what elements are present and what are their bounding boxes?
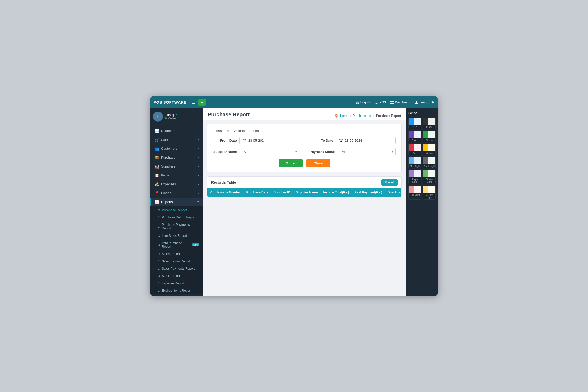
calendar-icon: 📅 (339, 139, 343, 143)
sidebar-item-label: Places (161, 191, 171, 195)
supplier-select[interactable]: -All- (240, 148, 299, 155)
skin-item[interactable]: Red (408, 144, 421, 155)
col-invoice-number: Invoice Number (215, 188, 244, 197)
skin-item[interactable]: Green Light (423, 170, 436, 184)
user-label: Tusiq (419, 101, 427, 104)
close-button[interactable]: Close (306, 159, 330, 167)
from-date-field: From Date 📅 (213, 137, 299, 144)
pos-link[interactable]: POS (375, 101, 386, 104)
col-supplier-name: Supplier Name (293, 188, 320, 197)
sub-item-purchase-report[interactable]: ⊙ Item Purchase Report New (150, 239, 203, 250)
sidebar-item-sales[interactable]: 🛒 Sales › (150, 135, 203, 144)
sidebar: T Tusiq ✔ Online 📊 Dashboard (150, 108, 203, 296)
sub-icon: ⊙ (158, 281, 160, 285)
chevron-icon: › (198, 156, 199, 159)
skin-label: Purple (409, 138, 421, 142)
sidebar-item-items[interactable]: 📋 Items › (150, 171, 203, 180)
chevron-icon: ∨ (197, 200, 199, 203)
skin-label: Black (423, 125, 435, 129)
sales-icon: 🛒 (155, 138, 159, 142)
skin-item[interactable]: Black Light (423, 157, 436, 168)
sub-icon: ⊙ (158, 225, 160, 228)
avatar: T (153, 112, 163, 122)
sub-icon: ⊙ (158, 243, 160, 247)
sub-label: Purchase Report (162, 208, 187, 212)
svg-rect-5 (392, 102, 394, 104)
sidebar-item-dashboard[interactable]: 📊 Dashboard (150, 126, 203, 135)
from-date-input[interactable] (248, 139, 296, 142)
verified-icon: ✔ (175, 113, 178, 117)
skin-label: Blue (409, 125, 421, 129)
dashboard-link[interactable]: Dashboard (390, 101, 410, 104)
skin-label: Green (423, 138, 435, 142)
skin-item[interactable]: Yellow Light (423, 186, 436, 200)
main-body: T Tusiq ✔ Online 📊 Dashboard (150, 108, 438, 296)
skin-item[interactable]: Purple (408, 131, 421, 142)
skin-label: Red Light (409, 193, 421, 197)
sidebar-item-label: Dashboard (161, 129, 178, 133)
sub-purchase-report[interactable]: ⊙ Purchase Report (150, 206, 203, 214)
skins-grid: Blue Black Purple Green Red (408, 118, 436, 200)
sub-expense-report[interactable]: ⊙ Expense Report (150, 280, 203, 287)
skin-item[interactable]: Blue Light (408, 157, 421, 168)
sub-sales-payments-report[interactable]: ⊙ Sales Payments Report (150, 265, 203, 272)
home-icon: 🏠 (335, 114, 339, 118)
dashboard-label: Dashboard (395, 101, 410, 104)
status-label: Online (168, 117, 176, 120)
sidebar-item-suppliers[interactable]: 🏭 Suppliers › (150, 162, 203, 171)
skin-item[interactable]: Purple Light (408, 170, 421, 184)
sidebar-item-reports[interactable]: 📈 Reports ∨ (150, 198, 203, 206)
status-dot (165, 117, 167, 119)
payment-select[interactable]: -All- (338, 148, 396, 155)
table-section: Records Table Excel # Invoice Number Pur… (207, 176, 402, 197)
breadcrumb-home[interactable]: Home (340, 114, 348, 118)
show-button[interactable]: Show (279, 159, 303, 167)
app-title: POS SOFTWARE (153, 100, 187, 105)
settings-icon[interactable] (431, 101, 435, 104)
skin-item[interactable]: Red Light (408, 186, 421, 200)
content-header: Purchase Report 🏠 Home » Purchase List »… (203, 108, 406, 120)
sub-purchase-payments-report[interactable]: ⊙ Purchase Payments Report (150, 221, 203, 232)
add-button[interactable]: + (198, 99, 206, 106)
sub-label: Item Purchase Report (162, 241, 189, 249)
sidebar-item-customers[interactable]: 👥 Customers › (150, 144, 203, 153)
skin-item[interactable]: Blue (408, 118, 421, 129)
sub-sales-report[interactable]: ⊙ Sales Report (150, 250, 203, 258)
breadcrumb-current: Purchase Report (376, 114, 401, 118)
sub-sales-return-report[interactable]: ⊙ Sales Return Report (150, 258, 203, 265)
sub-expired-items-report[interactable]: ⊙ Expired Items Report (150, 287, 203, 294)
filter-actions: Show Close (213, 159, 396, 167)
skin-item[interactable]: Black (423, 118, 436, 129)
sub-label: Item Sales Report (162, 234, 187, 238)
to-date-input[interactable] (345, 139, 393, 142)
sub-label: Sales Report (162, 252, 180, 256)
sidebar-item-places[interactable]: 📍 Places › (150, 189, 203, 198)
skin-item[interactable]: Green (423, 131, 436, 142)
sidebar-item-expenses[interactable]: 💰 Expenses › (150, 180, 203, 189)
skins-panel: Skins Blue Black Purple (406, 108, 438, 296)
skin-label: Yellow (423, 151, 435, 155)
chevron-icon: › (198, 174, 199, 177)
skin-label: Blue Light (409, 164, 421, 168)
svg-rect-3 (392, 101, 394, 102)
table-header-row: # Invoice Number Purchase Date Supplier … (207, 188, 402, 197)
skin-item[interactable]: Yellow (423, 144, 436, 155)
menu-toggle-button[interactable]: ☰ (190, 99, 197, 106)
sub-icon: ⊙ (158, 208, 160, 212)
sub-item-sales-report[interactable]: ⊙ Item Sales Report (150, 232, 203, 239)
breadcrumb: 🏠 Home » Purchase List » Purchase Report (335, 114, 401, 118)
user-menu[interactable]: Tusiq (414, 101, 427, 104)
content: Purchase Report 🏠 Home » Purchase List »… (203, 108, 406, 296)
sidebar-item-label: Expenses (161, 182, 176, 186)
sidebar-item-label: Suppliers (161, 164, 175, 168)
language-selector[interactable]: English (356, 101, 371, 104)
sidebar-item-purchase[interactable]: 📦 Purchase › (150, 153, 203, 162)
breadcrumb-parent[interactable]: Purchase List (353, 114, 372, 118)
sub-stock-report[interactable]: ⊙ Stock Report (150, 272, 203, 280)
from-date-input-wrap[interactable]: 📅 (239, 137, 299, 144)
sub-icon: ⊙ (158, 216, 160, 219)
to-date-input-wrap[interactable]: 📅 (336, 137, 396, 144)
sub-purchase-return-report[interactable]: ⊙ Purchase Return Report (150, 214, 203, 221)
excel-button[interactable]: Excel (381, 179, 398, 186)
skin-label: Yellow Light (423, 193, 435, 199)
